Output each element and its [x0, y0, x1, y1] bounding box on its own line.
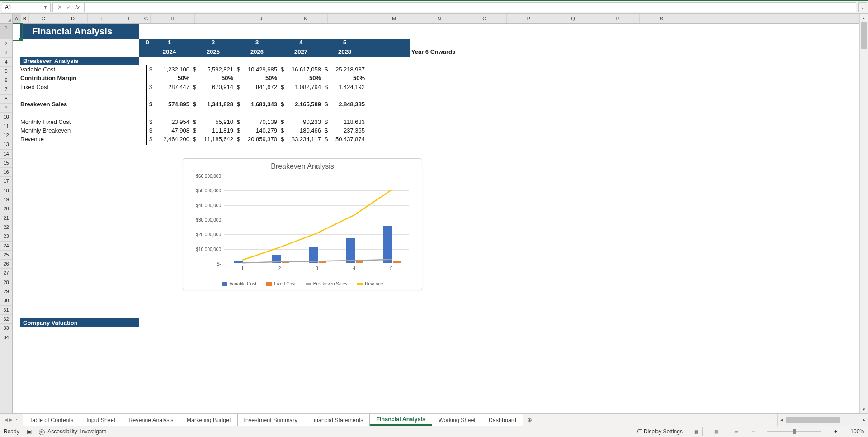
row-head-4[interactable]: 4	[0, 58, 12, 67]
row-head-20[interactable]: 20	[0, 204, 12, 214]
col-head-M[interactable]: M	[372, 14, 416, 23]
zoom-out-button[interactable]: −	[750, 428, 756, 435]
row-head-29[interactable]: 29	[0, 287, 12, 296]
row-head-5[interactable]: 5	[0, 67, 12, 76]
sheet-tab-financial-statements[interactable]: Financial Statements	[304, 414, 370, 426]
row-head-26[interactable]: 26	[0, 260, 12, 269]
row-head-16[interactable]: 16	[0, 168, 12, 177]
sheet-tab-table-of-contents[interactable]: Table of Contents	[23, 414, 80, 426]
sheet-tab-dashboard[interactable]: Dashboard	[482, 414, 523, 426]
hscroll-thumb[interactable]	[786, 417, 840, 423]
col-head-Q[interactable]: Q	[551, 14, 595, 23]
name-box-chevron-icon[interactable]: ▼	[43, 5, 47, 10]
accept-formula-icon[interactable]: ✓	[66, 4, 71, 10]
cancel-formula-icon[interactable]: ✕	[57, 4, 62, 10]
row-head-33[interactable]: 33	[0, 324, 12, 333]
tab-menu-icon[interactable]: ⋮	[14, 418, 19, 422]
grid-body[interactable]: ABCDEFGHIJKLMNOPQRS Financial Analysis01…	[13, 14, 859, 413]
row-head-27[interactable]: 27	[0, 269, 12, 278]
row-head-25[interactable]: 25	[0, 251, 12, 260]
formula-input[interactable]	[85, 2, 856, 12]
col-head-P[interactable]: P	[507, 14, 551, 23]
row-head-11[interactable]: 11	[0, 122, 12, 131]
horizontal-scrollbar[interactable]: ◀ ▶	[777, 414, 868, 426]
col-head-K[interactable]: K	[283, 14, 328, 23]
zoom-in-button[interactable]: +	[832, 428, 839, 435]
scroll-left-icon[interactable]: ◀	[778, 416, 786, 424]
vertical-scrollbar[interactable]: ▲ ▼	[859, 14, 868, 413]
cells[interactable]: Financial Analysis0123452024202520262027…	[13, 24, 859, 413]
row-head-13[interactable]: 13	[0, 140, 12, 149]
col-head-C[interactable]: C	[29, 14, 58, 23]
excel-window: A1 ▼ ✕ ✓ fx ⌄ 12345678910111213141516171…	[0, 0, 868, 437]
sheet-tab-working-sheet[interactable]: Working Sheet	[432, 414, 482, 426]
tab-prev-icon[interactable]: ◀	[5, 418, 8, 422]
row-head-32[interactable]: 32	[0, 315, 12, 324]
year-2027: 2027	[279, 48, 323, 56]
sheet-tab-financial-analysis[interactable]: Financial Analysis	[370, 414, 432, 426]
add-sheet-button[interactable]: ⊕	[523, 414, 537, 426]
col-head-O[interactable]: O	[462, 14, 507, 23]
macro-record-icon[interactable]: ▣	[27, 428, 32, 435]
normal-view-button[interactable]: ▦	[691, 427, 703, 436]
col-head-S[interactable]: S	[640, 14, 684, 23]
col-head-I[interactable]: I	[195, 14, 239, 23]
row-head-18[interactable]: 18	[0, 186, 12, 195]
row-head-6[interactable]: 6	[0, 76, 12, 85]
row-head-15[interactable]: 15	[0, 159, 12, 168]
fx-icon[interactable]: fx	[75, 4, 80, 10]
scroll-right-icon[interactable]: ▶	[860, 416, 868, 424]
row-head-14[interactable]: 14	[0, 150, 12, 159]
zoom-level[interactable]: 100%	[846, 428, 864, 435]
sheet-tab-marketing-budget[interactable]: Marketing Budget	[180, 414, 238, 426]
col-head-H[interactable]: H	[151, 14, 195, 23]
row-head-12[interactable]: 12	[0, 131, 12, 140]
col-head-A[interactable]: A	[13, 14, 21, 23]
row-head-31[interactable]: 31	[0, 306, 12, 315]
row-head-24[interactable]: 24	[0, 242, 12, 251]
zoom-slider[interactable]	[767, 431, 821, 432]
sheet-tab-investment-summary[interactable]: Investment Summary	[238, 414, 304, 426]
row-head-23[interactable]: 23	[0, 232, 12, 241]
row-head-1[interactable]: 1	[0, 24, 12, 39]
row-head-22[interactable]: 22	[0, 223, 12, 232]
page-layout-view-button[interactable]: ▤	[711, 427, 722, 436]
formula-expand-icon[interactable]: ⌄	[858, 2, 867, 12]
row-head-9[interactable]: 9	[0, 104, 12, 113]
sheet-tab-input-sheet[interactable]: Input Sheet	[80, 414, 122, 426]
name-box[interactable]: A1 ▼	[2, 2, 51, 12]
row-head-10[interactable]: 10	[0, 113, 12, 122]
col-head-B[interactable]: B	[21, 14, 29, 23]
tab-next-icon[interactable]: ▶	[9, 418, 13, 422]
vscroll-thumb[interactable]	[861, 22, 867, 49]
accessibility-status[interactable]: ✶ Accessibility: Investigate	[39, 428, 107, 435]
col-head-E[interactable]: E	[88, 14, 117, 23]
row-head-34[interactable]: 34	[0, 333, 12, 342]
page-break-view-button[interactable]: ▭	[731, 427, 742, 436]
tab-overflow-icon[interactable]: ⋮	[765, 414, 777, 426]
row-head-17[interactable]: 17	[0, 177, 12, 186]
row-head-19[interactable]: 19	[0, 195, 12, 204]
legend-variable cost: Variable Cost	[222, 281, 256, 286]
col-head-J[interactable]: J	[239, 14, 283, 23]
status-ready: Ready	[4, 428, 19, 435]
row-head-30[interactable]: 30	[0, 296, 12, 305]
col-head-D[interactable]: D	[58, 14, 88, 23]
row-head-8[interactable]: 8	[0, 95, 12, 104]
row-head-21[interactable]: 21	[0, 214, 12, 223]
select-all-corner[interactable]	[0, 14, 12, 24]
col-head-L[interactable]: L	[328, 14, 372, 23]
row-head-3[interactable]: 3	[0, 48, 12, 57]
col-head-R[interactable]: R	[595, 14, 640, 23]
sheet-tab-revenue-analysis[interactable]: Revenue Analysis	[122, 414, 180, 426]
row-head-7[interactable]: 7	[0, 85, 12, 94]
row-head-2[interactable]: 2	[0, 39, 12, 48]
display-settings-button[interactable]: 🖵 Display Settings	[637, 428, 683, 435]
col-head-G[interactable]: G	[142, 14, 151, 23]
row-head-28[interactable]: 28	[0, 278, 12, 287]
scroll-up-icon[interactable]: ▲	[860, 14, 868, 22]
col-head-N[interactable]: N	[416, 14, 462, 23]
breakeven-chart[interactable]: Breakeven Analysis $-$10,000,000$20,000,…	[183, 158, 422, 290]
col-head-F[interactable]: F	[117, 14, 142, 23]
scroll-down-icon[interactable]: ▼	[860, 405, 868, 413]
